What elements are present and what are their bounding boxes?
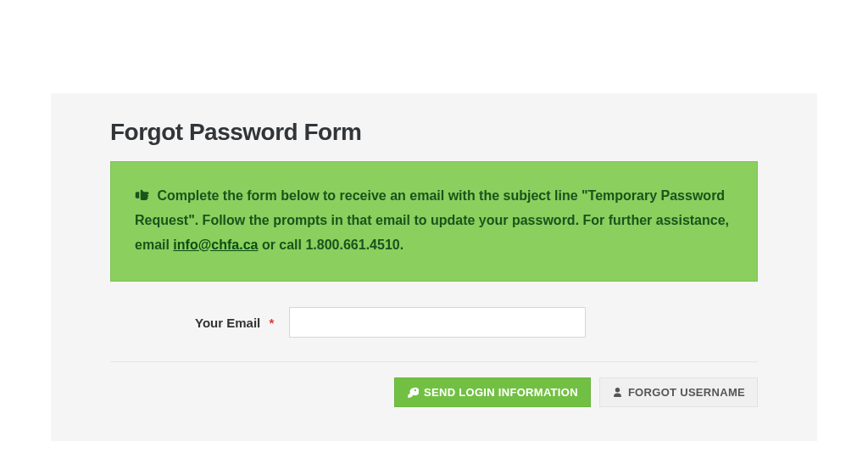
user-icon — [612, 387, 623, 398]
button-row: SEND LOGIN INFORMATION FORGOT USERNAME — [110, 377, 758, 407]
required-mark: * — [269, 316, 274, 330]
send-login-info-button[interactable]: SEND LOGIN INFORMATION — [394, 377, 591, 407]
forgot-username-button[interactable]: FORGOT USERNAME — [599, 377, 758, 407]
email-field[interactable] — [289, 307, 586, 338]
email-label: Your Email * — [195, 316, 274, 330]
point-right-icon — [135, 188, 150, 202]
support-email-link[interactable]: info@chfa.ca — [173, 238, 258, 252]
alert-text-after: or call 1.800.661.4510. — [262, 238, 403, 252]
page-title: Forgot Password Form — [110, 119, 758, 146]
email-row: Your Email * — [195, 304, 758, 361]
info-alert: Complete the form below to receive an em… — [110, 161, 758, 282]
divider — [110, 361, 758, 362]
send-button-label: SEND LOGIN INFORMATION — [424, 386, 578, 399]
key-icon — [407, 387, 419, 399]
forgot-password-panel: Forgot Password Form Complete the form b… — [51, 93, 817, 441]
forgot-username-label: FORGOT USERNAME — [628, 386, 745, 399]
email-label-text: Your Email — [195, 316, 260, 330]
